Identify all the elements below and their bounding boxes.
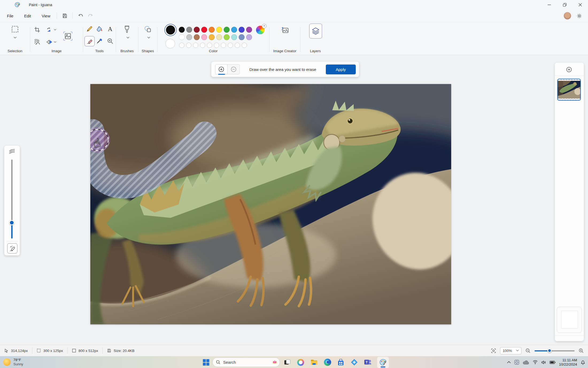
task-view-button[interactable] (284, 359, 291, 366)
menu-view[interactable]: View (38, 12, 54, 20)
brushes-dropdown-chevron[interactable] (123, 35, 133, 40)
erase-add-mode-button[interactable] (215, 64, 227, 74)
rotate-button[interactable] (44, 25, 59, 35)
palette-swatch[interactable] (194, 27, 200, 33)
remove-background-button[interactable] (32, 37, 42, 47)
primary-color-swatch[interactable] (164, 24, 177, 36)
menu-file[interactable]: File (3, 12, 17, 20)
selection-dropdown-chevron[interactable] (10, 35, 20, 40)
palette-swatch[interactable] (239, 34, 245, 40)
palette-empty-slot[interactable] (242, 43, 247, 48)
paint-taskbar-button[interactable] (377, 357, 389, 368)
palette-empty-slot[interactable] (200, 43, 205, 48)
layers-button[interactable] (309, 24, 322, 39)
restore-button[interactable] (557, 0, 572, 10)
magnifier-tool-button[interactable] (105, 36, 115, 46)
eraser-tool-button[interactable] (84, 36, 95, 46)
layer-1-thumbnail[interactable] (557, 79, 581, 101)
sparkle-app-icon[interactable] (350, 359, 358, 366)
palette-swatch[interactable] (216, 34, 222, 40)
palette-empty-slot[interactable] (214, 43, 219, 48)
palette-swatch[interactable] (224, 27, 230, 33)
volume-icon[interactable] (541, 360, 546, 365)
shapes-button[interactable] (143, 24, 153, 34)
onedrive-cloud-icon[interactable] (523, 360, 529, 365)
microsoft-store-icon[interactable] (337, 359, 345, 366)
size-slider-thumb[interactable] (9, 220, 14, 225)
drawing-canvas[interactable]: ☝ (90, 84, 451, 324)
pencil-tool-button[interactable] (84, 24, 94, 34)
palette-swatch[interactable] (209, 34, 215, 40)
teams-icon[interactable]: T (364, 359, 371, 366)
file-explorer-icon[interactable] (310, 359, 318, 366)
background-layer-card[interactable] (557, 307, 582, 333)
minimize-button[interactable] (541, 0, 557, 10)
zoom-out-button[interactable] (525, 348, 531, 353)
palette-empty-slot[interactable] (186, 43, 191, 48)
settings-gear-icon[interactable] (577, 13, 582, 19)
palette-empty-slot[interactable] (179, 43, 184, 48)
zoom-slider-thumb[interactable] (547, 348, 552, 353)
add-layer-button[interactable] (563, 65, 575, 74)
edit-colors-button[interactable]: + (256, 26, 265, 34)
copilot-icon[interactable] (297, 359, 304, 366)
palette-swatch[interactable] (179, 34, 185, 40)
palette-swatch[interactable] (231, 34, 237, 40)
selection-tool-button[interactable] (10, 24, 20, 34)
undo-button[interactable] (75, 12, 86, 20)
zoom-slider[interactable] (535, 348, 575, 353)
palette-swatch[interactable] (194, 34, 200, 40)
zoom-level-dropdown[interactable]: 100% (500, 347, 521, 354)
zoom-in-button[interactable] (579, 348, 584, 353)
fill-tool-button[interactable] (95, 24, 105, 34)
save-button[interactable] (60, 12, 70, 20)
palette-empty-slot[interactable] (235, 43, 240, 48)
battery-icon[interactable] (550, 361, 555, 364)
clock-widget[interactable]: 11:11 AM 10/22/2024 (559, 358, 577, 367)
palette-swatch[interactable] (231, 27, 237, 33)
brushes-button[interactable] (122, 24, 132, 34)
apply-button[interactable]: Apply (326, 65, 356, 74)
close-button[interactable] (572, 0, 588, 10)
palette-swatch[interactable] (186, 27, 192, 33)
text-tool-button[interactable]: A (105, 24, 115, 34)
ai-eraser-button[interactable] (7, 243, 17, 253)
palette-swatch[interactable] (201, 27, 207, 33)
resize-image-button[interactable] (61, 30, 74, 43)
size-slider-track[interactable] (11, 160, 13, 238)
edge-browser-icon[interactable] (324, 359, 331, 366)
tray-3d-app-icon[interactable] (514, 360, 519, 365)
account-avatar[interactable] (564, 12, 571, 20)
start-button[interactable] (202, 359, 210, 366)
selection-group-label: Selection (0, 49, 30, 53)
redo-button[interactable] (86, 12, 96, 20)
palette-swatch[interactable] (216, 27, 222, 33)
secondary-color-swatch[interactable] (165, 39, 175, 48)
weather-widget[interactable]: 78°F Sunny (3, 358, 23, 366)
image-creator-button[interactable] (280, 25, 291, 36)
palette-swatch[interactable] (246, 27, 252, 33)
palette-empty-slot[interactable] (228, 43, 233, 48)
canvas-image-iguana: ☝ (90, 84, 451, 324)
crop-button[interactable] (32, 25, 42, 35)
palette-swatch[interactable] (186, 34, 192, 40)
shapes-dropdown-chevron[interactable] (144, 35, 153, 40)
palette-swatch[interactable] (209, 27, 215, 33)
menu-edit[interactable]: Edit (20, 12, 35, 20)
palette-swatch[interactable] (201, 34, 207, 40)
flip-button[interactable] (44, 37, 59, 47)
palette-empty-slot[interactable] (193, 43, 198, 48)
palette-empty-slot[interactable] (207, 43, 212, 48)
erase-subtract-mode-button[interactable] (227, 64, 240, 74)
palette-swatch[interactable] (239, 27, 245, 33)
palette-swatch[interactable] (224, 34, 230, 40)
palette-swatch[interactable] (179, 27, 185, 33)
wifi-icon[interactable] (533, 360, 538, 364)
fit-to-screen-button[interactable] (491, 348, 496, 353)
taskbar-search-box[interactable]: Search (212, 358, 280, 367)
notification-bell-icon[interactable] (581, 360, 585, 365)
palette-swatch[interactable] (246, 34, 252, 40)
tray-chevron-up-icon[interactable] (507, 361, 511, 363)
color-picker-tool-button[interactable] (95, 36, 105, 46)
palette-empty-slot[interactable] (221, 43, 226, 48)
